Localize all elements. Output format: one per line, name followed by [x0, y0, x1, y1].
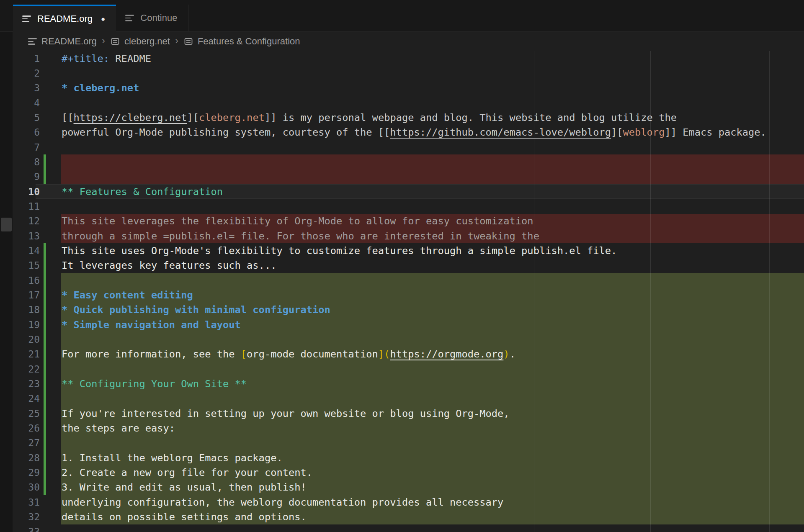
code-token: weblorg	[623, 126, 665, 138]
git-added-indicator	[44, 421, 46, 435]
code-token: ](	[378, 348, 390, 360]
line-number[interactable]: 6	[13, 127, 40, 138]
code-line[interactable]: details on possible settings and options…	[61, 509, 804, 524]
code-editor[interactable]: 1#+title: README23* cleberg.net45[[https…	[13, 51, 804, 532]
line-number[interactable]: 24	[13, 393, 40, 404]
line-number[interactable]: 15	[13, 260, 40, 271]
editor-row: 7	[13, 140, 804, 154]
code-line[interactable]: underlying configuration, the weblorg do…	[61, 495, 804, 509]
line-number[interactable]: 13	[13, 231, 40, 242]
breadcrumb-item-heading2[interactable]: Features & Configuration	[183, 36, 300, 47]
tab-readme-org[interactable]: README.org ●	[13, 5, 116, 32]
code-line[interactable]: 2. Create a new org file for your conten…	[61, 465, 804, 480]
editor-lines: 1#+title: README23* cleberg.net45[[https…	[13, 51, 804, 532]
code-token: .	[510, 348, 515, 360]
code-token: ][	[611, 126, 623, 138]
line-number[interactable]: 22	[13, 364, 40, 375]
unsaved-dot-icon[interactable]: ●	[101, 15, 105, 23]
code-token: * Easy content editing	[62, 289, 193, 301]
line-number[interactable]: 3	[13, 82, 40, 93]
code-line[interactable]	[61, 199, 804, 213]
line-number[interactable]: 19	[13, 319, 40, 330]
code-line[interactable]: * Quick publishing with minimal configur…	[61, 303, 804, 317]
code-line[interactable]	[61, 273, 804, 288]
line-number[interactable]: 31	[13, 497, 40, 508]
git-added-indicator	[44, 480, 46, 495]
line-number[interactable]: 23	[13, 378, 40, 389]
code-line[interactable]: powerful Org-Mode publishing system, cou…	[61, 125, 804, 140]
line-number[interactable]: 14	[13, 245, 40, 256]
code-token: For more information, see the	[62, 348, 241, 360]
line-number[interactable]: 4	[13, 98, 40, 108]
code-line[interactable]: This site leverages the flexibility of O…	[61, 214, 804, 229]
line-number[interactable]: 18	[13, 304, 40, 315]
code-line[interactable]: If you're interested in setting up your …	[61, 406, 804, 421]
code-line[interactable]: [[https://cleberg.net][cleberg.net]] is …	[61, 110, 804, 125]
code-line[interactable]: ** Configuring Your Own Site **	[61, 376, 804, 391]
code-line[interactable]: This site uses Org-Mode's flexibility to…	[61, 243, 804, 258]
code-line[interactable]	[61, 524, 804, 532]
line-number[interactable]: 20	[13, 334, 40, 345]
git-added-indicator	[44, 273, 46, 288]
code-line[interactable]	[61, 170, 804, 184]
line-number[interactable]: 8	[13, 157, 40, 167]
breadcrumb-item-heading1[interactable]: cleberg.net	[110, 36, 170, 47]
line-number[interactable]: 1	[13, 53, 40, 64]
line-number[interactable]: 33	[13, 526, 40, 532]
code-line[interactable]	[61, 140, 804, 154]
line-number[interactable]: 28	[13, 452, 40, 463]
line-number[interactable]: 16	[13, 275, 40, 286]
code-token: This site uses Org-Mode's flexibility to…	[62, 245, 617, 257]
code-token: [[	[62, 112, 74, 123]
code-line[interactable]	[61, 332, 804, 347]
line-number[interactable]: 10	[13, 186, 40, 197]
code-token: [	[241, 348, 247, 360]
code-line[interactable]: the steps are easy:	[61, 421, 804, 435]
code-line[interactable]: It leverages key features such as...	[61, 258, 804, 273]
editor-row: 18* Quick publishing with minimal config…	[13, 303, 804, 317]
code-line[interactable]: 3. Write and edit as usual, then publish…	[61, 480, 804, 495]
code-line[interactable]: 1. Install the weblorg Emacs package.	[61, 450, 804, 465]
line-number[interactable]: 5	[13, 112, 40, 123]
line-number[interactable]: 7	[13, 142, 40, 153]
editor-row: 13through a simple =publish.el= file. Fo…	[13, 229, 804, 243]
line-number[interactable]: 9	[13, 171, 40, 182]
scroll-indicator[interactable]	[1, 218, 12, 231]
gutter-spacer	[44, 184, 46, 199]
code-token: https://github.com/emacs-love/weblorg	[390, 126, 611, 138]
code-line[interactable]	[61, 391, 804, 406]
line-number[interactable]: 32	[13, 511, 40, 522]
code-token: org-mode documentation	[247, 348, 378, 360]
line-number[interactable]: 30	[13, 482, 40, 493]
git-added-indicator	[44, 332, 46, 347]
code-line[interactable]: * Simple navigation and layout	[61, 317, 804, 332]
editor-row: 10** Features & Configuration	[13, 184, 804, 199]
line-number[interactable]: 25	[13, 408, 40, 419]
editor-row: 5[[https://cleberg.net][cleberg.net]] is…	[13, 110, 804, 125]
line-number[interactable]: 12	[13, 216, 40, 226]
line-number[interactable]: 26	[13, 423, 40, 434]
line-number[interactable]: 29	[13, 467, 40, 478]
line-number[interactable]: 2	[13, 68, 40, 79]
code-line[interactable]	[61, 66, 804, 80]
gutter-spacer	[44, 199, 46, 213]
line-number[interactable]: 11	[13, 201, 40, 212]
line-number[interactable]: 27	[13, 437, 40, 448]
tab-continue[interactable]: Continue	[116, 5, 188, 31]
breadcrumb-item-file[interactable]: README.org	[28, 36, 97, 47]
code-line[interactable]	[61, 154, 804, 169]
line-number[interactable]: 17	[13, 290, 40, 301]
breadcrumb-label: Features & Configuration	[198, 36, 300, 47]
code-line[interactable]	[61, 95, 804, 110]
editor-row: 16	[13, 273, 804, 288]
code-line[interactable]	[61, 436, 804, 450]
code-line[interactable]: through a simple =publish.el= file. For …	[61, 229, 804, 243]
code-line[interactable]: ** Features & Configuration	[61, 184, 804, 199]
code-line[interactable]: * Easy content editing	[61, 288, 804, 302]
code-line[interactable]: * cleberg.net	[61, 81, 804, 95]
code-line[interactable]	[61, 362, 804, 376]
line-number[interactable]: 21	[13, 349, 40, 360]
gutter-spacer	[44, 66, 46, 80]
code-line[interactable]: For more information, see the [org-mode …	[61, 347, 804, 362]
code-line[interactable]: #+title: README	[61, 51, 804, 66]
